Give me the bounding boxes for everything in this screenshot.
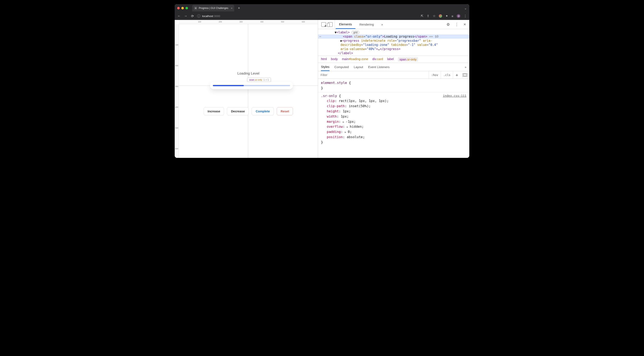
url-port: :3000 bbox=[213, 15, 220, 18]
ruler-vertical: 100 200 300 400 500 600 bbox=[175, 24, 179, 158]
profile-avatar-icon[interactable]: ✿ bbox=[457, 14, 460, 18]
browser-tab[interactable]: ✶ Progress | GUI Challenges × bbox=[192, 5, 234, 12]
window-close-button[interactable] bbox=[177, 7, 180, 9]
css-declaration[interactable]: position: absolute; bbox=[321, 135, 466, 140]
styles-body[interactable]: element.style {} index.css:111 .sr-only … bbox=[318, 79, 469, 158]
tabs-overflow[interactable]: » bbox=[378, 20, 386, 29]
rule-element-style[interactable]: element.style {} bbox=[321, 80, 466, 91]
css-declaration[interactable]: padding: ▶ 0; bbox=[321, 129, 466, 135]
site-info-icon[interactable]: i bbox=[197, 14, 200, 18]
tab-elements[interactable]: Elements bbox=[336, 20, 356, 29]
crumb-div[interactable]: div.card bbox=[372, 57, 383, 62]
devtools-kebab-icon[interactable]: ⋮ bbox=[453, 22, 460, 27]
css-declaration[interactable]: height: 1px; bbox=[321, 109, 466, 114]
rule-source-link[interactable]: index.css:111 bbox=[443, 93, 466, 98]
traffic-lights bbox=[177, 7, 188, 9]
css-declaration[interactable]: width: 1px; bbox=[321, 114, 466, 119]
device-toolbar-icon[interactable] bbox=[328, 22, 332, 27]
tab-favicon: ✶ bbox=[194, 7, 197, 10]
reset-button[interactable]: Reset bbox=[277, 107, 293, 115]
window-zoom-button[interactable] bbox=[186, 7, 188, 9]
css-declaration[interactable]: overflow: ▶ hidden; bbox=[321, 124, 466, 129]
css-declaration[interactable]: clip: rect(1px, 1px, 1px, 1px); bbox=[321, 98, 466, 104]
url-field[interactable]: i localhost:3000 bbox=[197, 14, 220, 18]
new-style-rule-button[interactable]: + bbox=[453, 71, 460, 79]
extensions-puzzle-icon[interactable]: ✦ bbox=[446, 14, 448, 18]
css-declaration[interactable]: clip-path: inset(50%); bbox=[321, 104, 466, 109]
browser-window: ✶ Progress | GUI Challenges × + ⌄ ← → ⟳ … bbox=[175, 4, 469, 158]
open-external-icon[interactable]: ⇱ bbox=[421, 14, 424, 18]
dom-span-sr-only[interactable]: <span class="sr-only">Loading progress</… bbox=[318, 35, 469, 39]
boxmodel-icon[interactable] bbox=[463, 73, 467, 77]
dom-tree[interactable]: ▼<label> grid <span class="sr-only">Load… bbox=[318, 29, 469, 56]
css-declaration[interactable]: margin: ▶ -1px; bbox=[321, 119, 466, 124]
tab-title: Progress | GUI Challenges bbox=[199, 7, 228, 10]
inspect-guide-v bbox=[248, 24, 248, 158]
subtab-listeners[interactable]: Event Listeners bbox=[368, 65, 390, 69]
progress-fill bbox=[213, 85, 244, 86]
share-icon[interactable]: ⇧ bbox=[427, 14, 430, 18]
devtools-panel: Elements Rendering » ⚙ ⋮ × ▼<label> grid… bbox=[318, 20, 469, 158]
progress-card bbox=[210, 82, 293, 89]
tab-close-icon[interactable]: × bbox=[231, 7, 232, 10]
inspect-tooltip: span.sr-only 1 × 1 bbox=[247, 78, 271, 82]
toolbar-right: ⇱ ⇧ ☆ ✦ ≡ ✿ ⋮ bbox=[421, 14, 467, 18]
styles-filter-input[interactable] bbox=[318, 73, 429, 77]
ruler-horizontal: 100 200 300 400 500 600 bbox=[179, 20, 318, 24]
bookmark-star-icon[interactable]: ☆ bbox=[433, 14, 436, 18]
subtab-layout[interactable]: Layout bbox=[354, 65, 363, 69]
tabs-overflow-icon[interactable]: ⌄ bbox=[464, 6, 467, 10]
cls-toggle[interactable]: .cls bbox=[441, 71, 453, 79]
new-tab-button[interactable]: + bbox=[237, 6, 242, 10]
subtab-styles[interactable]: Styles bbox=[321, 63, 330, 71]
nav-back-button[interactable]: ← bbox=[177, 14, 181, 18]
inspect-element-icon[interactable] bbox=[322, 22, 326, 27]
extension-icon[interactable] bbox=[439, 14, 442, 18]
nav-reload-button[interactable]: ⟳ bbox=[190, 14, 194, 18]
hov-toggle[interactable]: :hov bbox=[429, 71, 441, 79]
crumb-span[interactable]: span.sr-only bbox=[398, 57, 418, 62]
content-split: 100 200 300 400 500 600 100 200 300 400 … bbox=[175, 20, 469, 158]
subtab-computed[interactable]: Computed bbox=[334, 65, 349, 69]
reading-list-icon[interactable]: ≡ bbox=[452, 14, 453, 18]
tab-rendering[interactable]: Rendering bbox=[356, 20, 377, 29]
dom-label-close[interactable]: </label> bbox=[318, 51, 469, 55]
devtools-close-icon[interactable]: × bbox=[462, 22, 468, 27]
url-host: localhost bbox=[202, 15, 213, 18]
tooltip-dimensions: 1 × 1 bbox=[264, 79, 269, 81]
settings-gear-icon[interactable]: ⚙ bbox=[444, 22, 452, 27]
breadcrumb: html body main#loading-zone div.card lab… bbox=[318, 56, 469, 63]
dom-progress[interactable]: ▶<progress indeterminate role="progressb… bbox=[318, 39, 469, 43]
subtabs-overflow[interactable]: » bbox=[465, 65, 466, 69]
loading-title: Loading Level bbox=[179, 71, 318, 76]
decrease-button[interactable]: Decrease bbox=[227, 107, 249, 115]
window-minimize-button[interactable] bbox=[181, 7, 184, 9]
styles-subtabs: Styles Computed Layout Event Listeners » bbox=[318, 63, 469, 71]
crumb-label[interactable]: label bbox=[387, 57, 394, 62]
styles-filter-row: :hov .cls + bbox=[318, 71, 469, 79]
nav-forward-button[interactable]: → bbox=[184, 14, 188, 18]
increase-button[interactable]: Increase bbox=[204, 107, 224, 115]
page-viewport: 100 200 300 400 500 600 100 200 300 400 … bbox=[175, 20, 318, 158]
dom-label-open[interactable]: ▼<label> grid bbox=[318, 30, 469, 35]
rule-sr-only[interactable]: index.css:111 .sr-only { clip: rect(1px,… bbox=[321, 93, 466, 145]
crumb-body[interactable]: body bbox=[331, 57, 338, 62]
kebab-menu-icon[interactable]: ⋮ bbox=[464, 14, 467, 18]
page-area: Loading Level span.sr-only 1 × 1 Increas… bbox=[179, 24, 318, 158]
progress-track bbox=[213, 85, 290, 86]
complete-button[interactable]: Complete bbox=[252, 107, 274, 115]
crumb-html[interactable]: html bbox=[321, 57, 327, 62]
titlebar: ✶ Progress | GUI Challenges × + ⌄ bbox=[175, 4, 469, 12]
crumb-main[interactable]: main#loading-zone bbox=[342, 57, 368, 62]
address-bar: ← → ⟳ i localhost:3000 ⇱ ⇧ ☆ ✦ ≡ ✿ ⋮ bbox=[175, 12, 469, 20]
button-row: Increase Decrease Complete Reset bbox=[179, 107, 318, 115]
devtools-tabs: Elements Rendering » ⚙ ⋮ × bbox=[318, 20, 469, 29]
